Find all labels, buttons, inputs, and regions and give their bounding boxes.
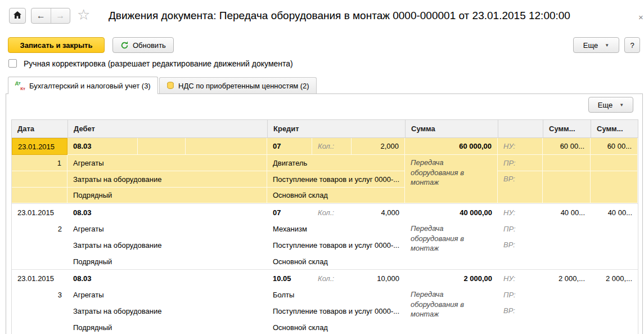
cell-empty[interactable] xyxy=(12,188,67,203)
cell-credit-account[interactable]: 10.05 xyxy=(267,270,312,287)
cell-empty[interactable] xyxy=(186,204,267,221)
cell-credit-analytics[interactable]: Болты xyxy=(267,287,405,303)
cell-debit-analytics[interactable]: Затраты на оборудование xyxy=(67,303,267,319)
cell-sum-nu-kt[interactable]: 60 00... xyxy=(591,138,638,155)
cell-empty[interactable] xyxy=(12,319,67,334)
cell-debit-analytics[interactable]: Агрегаты xyxy=(67,155,267,171)
cell-sum[interactable]: 40 000,00 xyxy=(405,204,498,221)
cell-empty[interactable] xyxy=(12,237,67,253)
cell-date[interactable]: 23.01.2015 xyxy=(12,270,67,287)
cell-empty[interactable] xyxy=(138,204,186,221)
cell-debit-account[interactable]: 08.03 xyxy=(67,270,138,287)
cell-empty[interactable] xyxy=(138,270,186,287)
tab-accounting-label: Бухгалтерский и налоговый учет (3) xyxy=(29,82,151,90)
cell-empty[interactable] xyxy=(12,303,67,319)
cell-comment[interactable]: Передача оборудования в монтаж xyxy=(405,287,498,334)
cell-sum-pr-dt[interactable] xyxy=(543,155,591,171)
col-header-tax[interactable] xyxy=(498,120,543,137)
tab-accounting[interactable]: ДтКт Бухгалтерский и налоговый учет (3) xyxy=(8,77,158,94)
manual-correction-checkbox[interactable] xyxy=(8,59,17,68)
cell-credit-account[interactable]: 07 xyxy=(267,204,312,221)
table-row[interactable]: 23.01.2015 08.03 10.05 Кол.: 10,000 2 00… xyxy=(12,270,638,334)
cell-sum-nu-kt[interactable]: 2 000,... xyxy=(591,270,638,287)
cell-sum-vr-kt[interactable] xyxy=(591,171,638,203)
cell-comment[interactable]: Передача оборудования в монтаж xyxy=(405,221,498,269)
cell-quantity[interactable]: 4,000 xyxy=(352,204,405,221)
cell-sum-nu-dt[interactable]: 60 00... xyxy=(543,138,591,155)
qty-label: Кол.: xyxy=(312,138,352,155)
vr-label: ВР: xyxy=(498,303,543,334)
cell-credit-analytics[interactable]: Поступление товаров и услуг 0000-... xyxy=(267,237,405,253)
cell-debit-analytics[interactable]: Подрядный xyxy=(67,188,267,203)
help-button[interactable]: ? xyxy=(624,37,640,53)
cell-sum-nu-dt[interactable]: 40 00... xyxy=(543,204,591,221)
cell-debit-analytics[interactable]: Подрядный xyxy=(67,319,267,334)
save-and-close-button[interactable]: Записать и закрыть xyxy=(8,37,105,53)
history-buttons: ← → xyxy=(31,8,70,24)
cell-sum-vr-dt[interactable] xyxy=(543,171,591,203)
col-header-debit[interactable]: Дебет xyxy=(68,120,268,137)
close-icon[interactable]: × xyxy=(638,12,643,22)
cell-sum-vr-kt[interactable] xyxy=(591,303,638,334)
cell-credit-analytics[interactable]: Двигатель xyxy=(267,155,405,171)
cell-sum-vr-dt[interactable] xyxy=(543,237,591,269)
cell-debit-analytics[interactable]: Агрегаты xyxy=(67,221,267,237)
cell-credit-account[interactable]: 07 xyxy=(267,138,312,155)
cell-empty[interactable] xyxy=(186,138,267,155)
cell-empty[interactable] xyxy=(138,138,186,155)
cell-sum-pr-dt[interactable] xyxy=(543,287,591,303)
cell-credit-analytics[interactable]: Поступление товаров и услуг 0000-... xyxy=(267,303,405,319)
cell-debit-analytics[interactable]: Затраты на оборудование xyxy=(67,237,267,253)
cell-row-number[interactable]: 3 xyxy=(12,287,67,303)
qty-label: Кол.: xyxy=(312,270,352,287)
cell-sum-pr-dt[interactable] xyxy=(543,221,591,237)
cell-date[interactable]: 23.01.2015 xyxy=(12,138,67,155)
cell-credit-analytics[interactable]: Основной склад xyxy=(267,253,405,269)
refresh-button[interactable]: Обновить xyxy=(112,37,174,53)
cell-empty[interactable] xyxy=(12,171,67,188)
cell-debit-analytics[interactable]: Затраты на оборудование xyxy=(67,171,267,188)
cell-credit-analytics[interactable]: Основной склад xyxy=(267,319,405,334)
cell-debit-account[interactable]: 08.03 xyxy=(67,138,138,155)
cell-debit-analytics[interactable]: Подрядный xyxy=(67,253,267,269)
cell-sum-pr-kt[interactable] xyxy=(591,221,638,237)
cell-credit-analytics[interactable]: Механизм xyxy=(267,221,405,237)
table-row[interactable]: 23.01.2015 08.03 07 Кол.: 2,000 60 000,0… xyxy=(12,138,638,204)
cell-date[interactable]: 23.01.2015 xyxy=(12,204,67,221)
cell-empty[interactable] xyxy=(12,253,67,269)
col-header-sum-nu[interactable]: Сумм... xyxy=(543,120,591,137)
cell-sum-nu-dt[interactable]: 2 000,... xyxy=(543,270,591,287)
cell-sum-vr-dt[interactable] xyxy=(543,303,591,334)
tab-vat[interactable]: НДС по приобретенным ценностям (2) xyxy=(159,77,317,93)
cell-row-number[interactable]: 2 xyxy=(12,221,67,237)
cell-empty[interactable] xyxy=(186,270,267,287)
col-header-sum-nu2[interactable]: Сумм... xyxy=(591,120,639,137)
cell-credit-analytics[interactable]: Основной склад xyxy=(267,188,405,203)
col-header-credit[interactable]: Кредит xyxy=(268,120,406,137)
home-button[interactable] xyxy=(9,8,26,24)
col-header-sum[interactable]: Сумма xyxy=(406,120,498,137)
cell-sum-nu-kt[interactable]: 40 00... xyxy=(591,204,638,221)
cell-debit-account[interactable]: 08.03 xyxy=(67,204,138,221)
more-button-toolbar[interactable]: Еще ▼ xyxy=(573,37,619,53)
table-row[interactable]: 23.01.2015 08.03 07 Кол.: 4,000 40 000,0… xyxy=(12,204,638,270)
more-button-panel[interactable]: Еще ▼ xyxy=(588,97,633,113)
cell-sum[interactable]: 2 000,00 xyxy=(405,270,498,287)
cell-quantity[interactable]: 2,000 xyxy=(352,138,405,155)
cell-row-number[interactable]: 1 xyxy=(12,155,67,171)
help-label: ? xyxy=(630,41,634,50)
cell-sum[interactable]: 60 000,00 xyxy=(405,138,498,155)
home-icon xyxy=(13,11,21,20)
cell-quantity[interactable]: 10,000 xyxy=(352,270,405,287)
col-header-date[interactable]: Дата xyxy=(12,120,68,137)
cell-comment[interactable]: Передача оборудования в монтаж xyxy=(405,155,498,203)
cell-credit-analytics[interactable]: Поступление товаров и услуг 0000-... xyxy=(267,171,405,188)
cell-sum-vr-kt[interactable] xyxy=(591,237,638,269)
forward-button[interactable]: → xyxy=(51,8,70,23)
back-button[interactable]: ← xyxy=(31,8,51,23)
favorite-star-icon[interactable]: ☆ xyxy=(77,7,90,22)
cell-sum-pr-kt[interactable] xyxy=(591,155,638,171)
cell-debit-analytics[interactable]: Агрегаты xyxy=(67,287,267,303)
refresh-label: Обновить xyxy=(133,41,166,50)
cell-sum-pr-kt[interactable] xyxy=(591,287,638,303)
